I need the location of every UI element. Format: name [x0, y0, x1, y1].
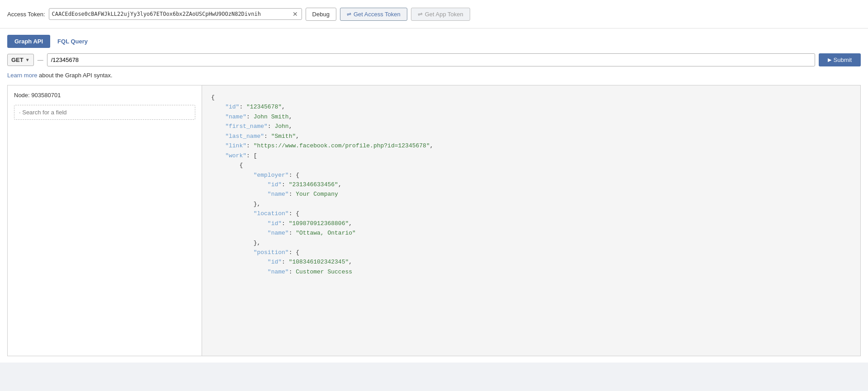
json-line: "name": Customer Success [211, 267, 851, 277]
learn-more-rest: about the Graph API syntax. [37, 72, 112, 79]
content-area: Graph API FQL Query GET ▼ — ▶ Submit Lea… [0, 28, 868, 363]
get-access-token-button[interactable]: ⇌ Get Access Token [340, 8, 407, 21]
access-token-input-wrap: ✕ [49, 8, 302, 20]
get-access-token-icon: ⇌ [347, 11, 351, 17]
submit-label: Submit [834, 57, 852, 63]
get-app-token-icon: ⇌ [418, 11, 423, 18]
json-line: "work": [ [211, 151, 851, 160]
json-line: "name": "Ottawa, Ontario" [211, 228, 851, 238]
top-bar: Access Token: ✕ Debug ⇌ Get Access Token… [0, 0, 868, 28]
query-input[interactable] [47, 53, 815, 66]
tab-fql-query[interactable]: FQL Query [50, 35, 95, 48]
json-line: "link": "https://www.facebook.com/profil… [211, 141, 851, 151]
submit-button[interactable]: ▶ Submit [819, 53, 861, 66]
method-select[interactable]: GET ▼ [7, 54, 34, 66]
chevron-down-icon: ▼ [25, 57, 30, 62]
query-row: GET ▼ — ▶ Submit [7, 53, 861, 66]
json-line: "id": "231346633456", [211, 180, 851, 189]
learn-more-link[interactable]: Learn more [7, 72, 37, 79]
json-line: "name": John Smith, [211, 112, 851, 122]
play-icon: ▶ [828, 57, 831, 63]
get-app-token-button[interactable]: ⇌ Get App Token [411, 8, 470, 21]
json-line: { [211, 93, 851, 102]
json-line: "last_name": "Smith", [211, 132, 851, 141]
json-line: }, [211, 199, 851, 209]
json-line: }, [211, 238, 851, 248]
json-line: "position": { [211, 248, 851, 257]
access-token-label: Access Token: [7, 11, 45, 18]
search-field-input[interactable] [14, 105, 195, 120]
json-line: "location": { [211, 209, 851, 218]
json-line: "id": "108346102342345", [211, 257, 851, 267]
debug-button[interactable]: Debug [306, 8, 336, 21]
node-label: Node: 903580701 [14, 92, 195, 99]
json-line: { [211, 160, 851, 170]
method-label: GET [11, 57, 24, 63]
json-line: "first_name": John, [211, 122, 851, 131]
json-line: "name": Your Company [211, 189, 851, 199]
json-line: "id": "109870912368806", [211, 219, 851, 228]
tab-graph-api[interactable]: Graph API [7, 35, 50, 48]
base-url-label: — [38, 57, 43, 63]
learn-more-row: Learn more about the Graph API syntax. [7, 72, 861, 79]
token-clear-button[interactable]: ✕ [292, 10, 299, 18]
json-line: "employer": { [211, 170, 851, 180]
right-panel: { "id": "12345678", "name": John Smith, … [202, 85, 860, 356]
tabs-row: Graph API FQL Query [7, 35, 861, 48]
json-line: "id": "12345678", [211, 102, 851, 112]
main-panel: Node: 903580701 { "id": "12345678", "nam… [7, 85, 861, 356]
access-token-input[interactable] [52, 11, 290, 17]
left-panel: Node: 903580701 [8, 85, 202, 356]
get-app-token-label: Get App Token [425, 11, 463, 18]
get-access-token-label: Get Access Token [354, 11, 401, 18]
